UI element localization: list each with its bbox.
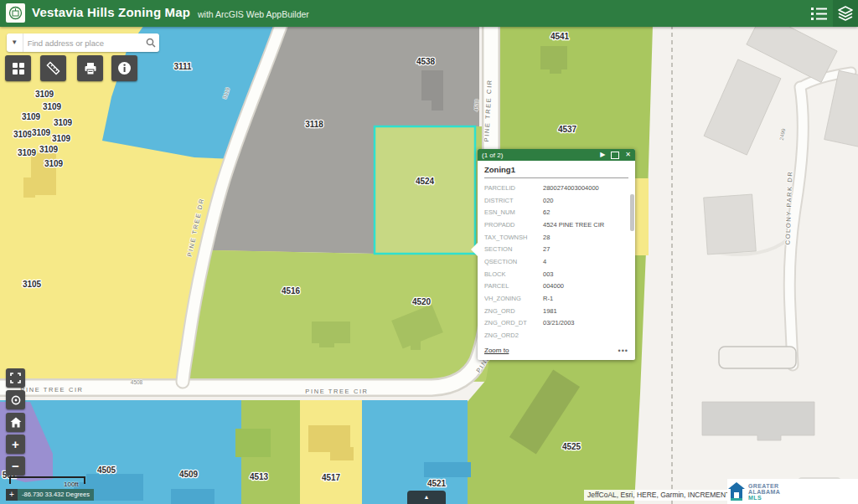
city-seal-logo <box>6 3 25 23</box>
popup-header: (1 of 2) ▶ ✕ <box>478 149 635 161</box>
popup-pager: (1 of 2) <box>482 152 594 159</box>
info-button[interactable] <box>111 55 137 81</box>
parcel-label: 4524 <box>416 177 435 186</box>
parcel-label: 3105 <box>23 280 42 289</box>
field-label: PROPADD <box>484 221 543 229</box>
apps-grid-button[interactable] <box>5 55 31 81</box>
parcel-label: 4521 <box>427 479 447 488</box>
field-label: BLOCK <box>484 270 543 278</box>
parcel-label: 3111 <box>173 62 192 71</box>
info-icon <box>117 61 132 75</box>
ruler-icon <box>46 61 60 75</box>
street-label: PINE TREE CIR <box>20 386 83 393</box>
field-value: 62 <box>543 208 628 216</box>
parcel-label: 3109 <box>32 128 51 137</box>
popup-field-row: ZNG_ORD1981 <box>484 305 628 317</box>
home-button[interactable] <box>6 413 25 432</box>
city-seal-icon <box>8 6 23 20</box>
more-options-icon[interactable]: ••• <box>618 347 628 355</box>
zoom-out-button[interactable]: − <box>6 456 25 476</box>
parcel-label: 3109 <box>39 145 59 154</box>
field-value: R-1 <box>543 295 628 302</box>
parcel-label: 4520 <box>412 297 432 306</box>
mls-text-line2: ALABAMA <box>748 489 780 495</box>
field-value: 28 <box>543 234 628 241</box>
maximize-icon[interactable] <box>611 152 619 159</box>
app-header: Vestavia Hills Zoning Map with ArcGIS We… <box>0 0 858 27</box>
popup-field-row: PARCELID2800274003004000 <box>484 182 628 194</box>
popup-field-row: ESN_NUM62 <box>484 206 628 219</box>
popup-field-row: ZNG_ORD_DT03/21/2003 <box>484 317 628 330</box>
parcel-label: 4538 <box>416 57 436 66</box>
field-value: 003 <box>543 270 628 278</box>
parcel-label: 4505 <box>97 465 116 475</box>
parcel-label: 3109 <box>35 90 54 99</box>
app-subtitle: with ArcGIS Web AppBuilder <box>198 9 309 19</box>
mls-logo: GREATER ALABAMA MLS <box>727 479 858 504</box>
search-source-dropdown[interactable]: ▼ <box>7 33 23 52</box>
field-value: 03/21/2003 <box>543 319 628 327</box>
popup-field-row: TAX_TOWNSH28 <box>484 231 628 244</box>
zone-blue-4521 <box>362 400 468 504</box>
crosshair-icon[interactable]: + <box>6 489 18 501</box>
field-label: DISTRICT <box>484 197 543 204</box>
popup-field-row: DISTRICT020 <box>484 194 628 207</box>
mls-house-icon <box>727 481 746 501</box>
fullscreen-button[interactable] <box>6 368 25 388</box>
parcel-label: 3109 <box>18 148 37 157</box>
popup-fields: PARCELID2800274003004000DISTRICT020ESN_N… <box>484 182 628 342</box>
road-number-label: 4530 <box>473 99 480 111</box>
field-value: 020 <box>543 197 628 204</box>
street-label: PINE TREE CIR <box>305 388 368 395</box>
field-label: SECTION <box>484 245 543 253</box>
field-value: 4524 PINE TREE CIR <box>543 221 628 229</box>
search-widget: ▼ <box>7 33 159 52</box>
grid-icon <box>12 62 25 75</box>
parcel-label: 4516 <box>282 286 301 296</box>
parcel-label: 3109 <box>44 159 64 168</box>
zoom-in-button[interactable]: + <box>6 435 25 454</box>
home-icon <box>10 417 22 428</box>
locate-button[interactable] <box>6 390 25 409</box>
popup-field-row: PARCEL004000 <box>484 280 628 293</box>
field-value: 004000 <box>543 282 628 290</box>
field-label: QSECTION <box>484 258 543 265</box>
zoom-to-link[interactable]: Zoom to <box>484 347 618 354</box>
parcel-label: 4541 <box>550 32 570 41</box>
measure-button[interactable] <box>40 55 66 81</box>
next-feature-icon[interactable]: ▶ <box>600 149 605 161</box>
field-label: ZNG_ORD_DT <box>484 319 543 327</box>
popup-field-row: PROPADD4524 PINE TREE CIR <box>484 219 628 231</box>
popup-title: Zoning1 <box>484 165 628 178</box>
field-value: 2800274003004000 <box>543 184 628 192</box>
field-label: PARCEL <box>484 282 543 290</box>
search-icon[interactable] <box>142 38 159 48</box>
legend-list-icon[interactable] <box>809 5 830 22</box>
print-button[interactable] <box>77 55 103 81</box>
popup-field-row: QSECTION4 <box>484 255 628 268</box>
parcel-label: 3118 <box>305 120 323 129</box>
field-label: TAX_TOWNSH <box>484 234 543 241</box>
close-icon[interactable]: ✕ <box>625 149 631 161</box>
scale-label: 100ft <box>64 481 79 488</box>
attribute-table-tab[interactable]: ▲ <box>407 491 446 504</box>
mls-text-line3: MLS <box>748 495 780 501</box>
parcel-label: 4513 <box>250 472 269 481</box>
parcel-label: 3109 <box>54 118 73 127</box>
mls-text-line1: GREATER <box>748 483 780 489</box>
popup-field-row: ZNG_ORD2 <box>484 329 628 342</box>
search-input[interactable] <box>23 39 142 48</box>
parcel-label: 4537 <box>558 125 577 134</box>
parcel-label: 3109 <box>52 134 71 143</box>
popup-field-row: SECTION27 <box>484 243 628 255</box>
coordinate-widget: + -86.730 33.432 Degrees <box>6 489 94 501</box>
field-value: 4 <box>543 258 628 265</box>
layers-icon[interactable] <box>833 0 858 27</box>
field-value: 1981 <box>543 307 628 315</box>
parcel-label: 3109 <box>22 112 41 121</box>
feature-popup: (1 of 2) ▶ ✕ Zoning1 PARCELID28002740030… <box>478 149 635 360</box>
popup-field-row: BLOCK003 <box>484 268 628 280</box>
popup-scrollbar[interactable] <box>630 194 634 231</box>
field-label: ZNG_ORD2 <box>484 332 543 339</box>
selected-parcel-4524[interactable] <box>375 126 475 254</box>
